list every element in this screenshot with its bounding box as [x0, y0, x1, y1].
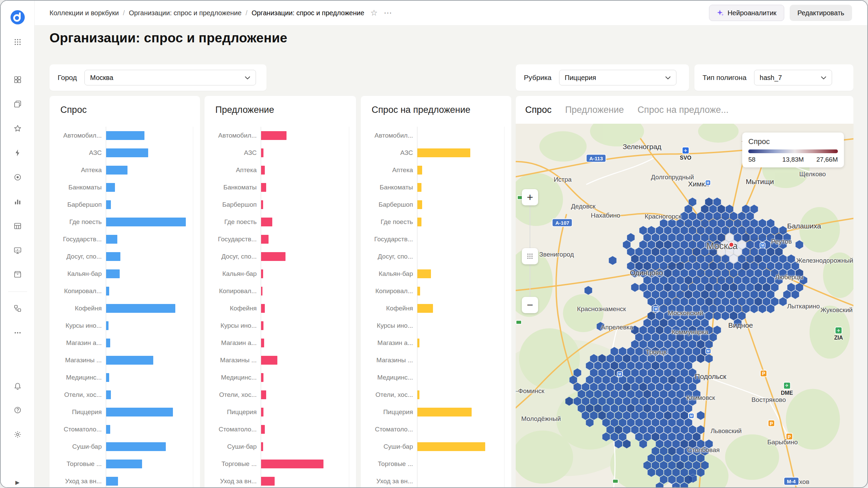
bar-row: Досуг, спо... — [366, 248, 505, 265]
bar[interactable] — [261, 287, 262, 296]
map-tabs: СпросПредложениеСпрос на предложе... — [516, 96, 853, 124]
bar[interactable] — [417, 218, 421, 226]
bar[interactable] — [417, 408, 472, 416]
bar[interactable] — [261, 200, 263, 209]
bar[interactable] — [106, 356, 153, 365]
rubric-select-value: Пиццерия — [565, 74, 596, 82]
bar[interactable] — [417, 166, 422, 175]
bar[interactable] — [106, 390, 111, 399]
bar[interactable] — [106, 442, 166, 451]
bar[interactable] — [261, 183, 266, 192]
help-icon[interactable] — [10, 403, 25, 418]
presentations-monitor-icon[interactable] — [10, 243, 25, 258]
bar[interactable] — [106, 460, 142, 468]
breadcrumb-collections[interactable]: Коллекции и воркбуки — [50, 9, 119, 17]
bar[interactable] — [106, 131, 144, 140]
collapse-sidebar-icon[interactable]: ▶ — [10, 475, 25, 488]
map-tab[interactable]: Спрос на предложе... — [637, 105, 729, 115]
bar[interactable] — [106, 148, 148, 157]
edit-button[interactable]: Редактировать — [790, 5, 852, 21]
bar[interactable] — [106, 218, 186, 226]
bar-area — [106, 455, 193, 472]
bar-area — [417, 300, 505, 317]
bar[interactable] — [261, 166, 265, 175]
measure-tool-button[interactable] — [522, 248, 538, 264]
bar[interactable] — [417, 442, 485, 451]
bar[interactable] — [417, 148, 470, 157]
map-tab[interactable]: Спрос — [525, 105, 552, 115]
legend-min: 58 — [748, 156, 778, 163]
bar[interactable] — [261, 321, 263, 330]
notifications-bell-icon[interactable] — [10, 379, 25, 394]
more-actions-icon[interactable]: ⋯ — [384, 8, 392, 18]
category-label: Копировал... — [366, 287, 417, 295]
bar[interactable] — [417, 390, 419, 399]
zoom-in-button[interactable]: + — [522, 189, 538, 205]
bar[interactable] — [261, 442, 263, 451]
datalens-logo-icon[interactable] — [10, 10, 25, 25]
bar-area — [417, 369, 505, 386]
bar[interactable] — [106, 287, 109, 296]
bar[interactable] — [106, 339, 110, 347]
bar[interactable] — [261, 269, 263, 278]
bar[interactable] — [261, 356, 277, 365]
category-label: Отели, хос... — [210, 391, 261, 399]
bar-area — [417, 213, 505, 230]
map-canvas[interactable]: ЛобняЗеленоградМытищиЩелковоИстраДолгопр… — [516, 124, 853, 488]
bar-row: Уход за вн... — [210, 472, 349, 488]
bar[interactable] — [261, 425, 265, 434]
bar[interactable] — [261, 477, 275, 486]
bar[interactable] — [106, 477, 118, 486]
bar[interactable] — [417, 183, 421, 192]
breadcrumb-workbook[interactable]: Организации: спрос и предложение — [129, 9, 241, 17]
favorites-star-icon[interactable] — [10, 121, 25, 136]
category-label: Магазин а... — [55, 339, 106, 347]
bar[interactable] — [106, 166, 127, 175]
neuro-analyst-button[interactable]: Нейроаналитик — [709, 5, 784, 21]
city-select[interactable]: Москва — [84, 70, 256, 85]
apps-grid-icon[interactable] — [10, 35, 25, 49]
bar[interactable] — [106, 183, 115, 192]
zoom-out-button[interactable]: − — [522, 297, 538, 313]
polygon-select[interactable]: hash_7 — [754, 70, 832, 85]
settings-gear-icon[interactable] — [10, 427, 25, 442]
bar[interactable] — [261, 304, 265, 313]
bar[interactable] — [261, 460, 323, 468]
dashboards-icon[interactable] — [10, 72, 25, 87]
bar[interactable] — [106, 200, 111, 209]
map-tab[interactable]: Предложение — [565, 105, 624, 115]
bar[interactable] — [261, 373, 263, 382]
bar[interactable] — [417, 200, 422, 209]
workbooks-icon[interactable] — [10, 97, 25, 111]
bar[interactable] — [417, 287, 420, 296]
bar[interactable] — [261, 148, 263, 157]
rubric-select[interactable]: Пиццерия — [559, 70, 676, 85]
bar-area — [106, 196, 193, 213]
bar[interactable] — [106, 321, 108, 330]
bar[interactable] — [417, 269, 431, 278]
bar[interactable] — [106, 425, 110, 434]
bar[interactable] — [261, 390, 266, 399]
connections-icon[interactable] — [10, 301, 25, 316]
bar[interactable] — [261, 252, 285, 261]
bar[interactable] — [106, 408, 173, 416]
bar[interactable] — [106, 373, 109, 382]
charts-icon[interactable] — [10, 194, 25, 209]
editor-lightning-icon[interactable] — [10, 145, 25, 160]
bar[interactable] — [261, 235, 269, 244]
more-services-icon[interactable] — [10, 325, 25, 340]
storage-box-icon[interactable] — [10, 267, 25, 282]
monitoring-icon[interactable] — [10, 170, 25, 185]
bar[interactable] — [417, 304, 433, 313]
favorite-star-icon[interactable]: ☆ — [370, 8, 378, 18]
bar[interactable] — [261, 339, 264, 347]
bar[interactable] — [261, 131, 287, 140]
bar[interactable] — [261, 218, 272, 226]
bar[interactable] — [106, 252, 120, 261]
datasets-table-icon[interactable] — [10, 219, 25, 233]
bar[interactable] — [106, 269, 120, 278]
bar[interactable] — [106, 235, 117, 244]
bar[interactable] — [261, 408, 263, 416]
bar[interactable] — [417, 339, 419, 347]
bar[interactable] — [106, 304, 175, 313]
